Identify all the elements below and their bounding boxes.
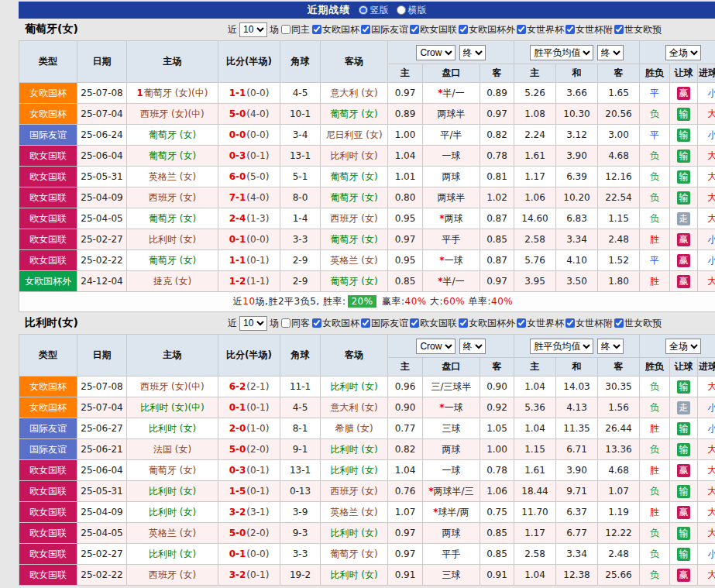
league-filter[interactable]: 女欧国杯 <box>312 23 359 36</box>
league-filter[interactable]: 女欧国杯外 <box>459 23 515 36</box>
away-team[interactable]: 比利时 (女) <box>321 565 388 586</box>
away-team[interactable]: 比利时 (女) <box>321 460 388 481</box>
match-date: 25-02-27 <box>77 229 127 250</box>
same-venue-filter[interactable]: 同客 <box>281 317 310 330</box>
avg-final-select[interactable]: 终 <box>597 339 624 354</box>
league-filter[interactable]: 女世杯附 <box>565 23 613 36</box>
avg-win: 1.04 <box>514 377 556 397</box>
league-checkbox[interactable] <box>565 25 575 34</box>
home-team[interactable]: 西班牙 (女)(中) <box>127 377 218 397</box>
score: 1-2(1-1) <box>218 271 280 292</box>
league-checkbox[interactable] <box>312 318 321 328</box>
horizontal-radio-input[interactable] <box>397 5 406 15</box>
home-team[interactable]: 比利时 (女) <box>127 229 218 250</box>
league-filter[interactable]: 女欧国杯外 <box>459 317 515 330</box>
match-type-badge: 欧女国联 <box>19 502 77 523</box>
league-checkbox[interactable] <box>517 318 526 328</box>
same-venue-filter[interactable]: 同主 <box>281 23 310 36</box>
away-team[interactable]: 希腊 (女) <box>321 418 388 439</box>
layout-vertical-radio[interactable]: 竖版 <box>359 4 389 17</box>
away-team[interactable]: 比利时 (女) <box>321 439 388 460</box>
home-team[interactable]: 1葡萄牙 (女)(中) <box>127 83 218 104</box>
league-checkbox[interactable] <box>361 25 370 34</box>
league-filter[interactable]: 女世界杯 <box>517 23 564 36</box>
fulltime-select[interactable]: 全场 <box>665 339 701 354</box>
match-date: 25-06-04 <box>77 146 127 167</box>
league-filter[interactable]: 国际友谊 <box>361 317 408 330</box>
home-team[interactable]: 葡萄牙 (女) <box>127 250 218 271</box>
home-team[interactable]: 比利时 (女) <box>127 502 218 523</box>
home-team[interactable]: 比利时 (女) <box>127 481 218 502</box>
odds-source-select[interactable]: Crow <box>416 339 455 354</box>
home-team[interactable]: 葡萄牙 (女) <box>127 208 218 229</box>
league-checkbox[interactable] <box>459 25 468 34</box>
league-checkbox[interactable] <box>312 25 321 34</box>
handicap-line: 两球半 <box>423 187 480 208</box>
away-team[interactable]: 英格兰 (女) <box>321 250 388 271</box>
league-filter[interactable]: 女世界杯 <box>517 317 564 330</box>
away-team[interactable]: 比利时 (女) <box>321 523 388 544</box>
away-team[interactable]: 西班牙 (女) <box>321 481 388 502</box>
avg-final-select[interactable]: 终 <box>597 45 624 60</box>
away-team[interactable]: 英格兰 (女) <box>321 502 388 523</box>
away-team[interactable]: 比利时 (女) <box>321 146 388 167</box>
league-checkbox[interactable] <box>614 25 624 34</box>
home-team[interactable]: 葡萄牙 (女) <box>127 460 218 481</box>
home-team[interactable]: 葡萄牙 (女) <box>127 146 218 167</box>
away-team[interactable]: 西班牙 (女) <box>321 208 388 229</box>
home-team[interactable]: 捷克 (女) <box>127 271 218 292</box>
league-filter[interactable]: 世女欧预 <box>614 317 662 330</box>
away-team[interactable]: 葡萄牙 (女) <box>321 544 388 565</box>
same-venue-checkbox[interactable] <box>281 25 290 34</box>
league-filter[interactable]: 女欧国杯 <box>312 317 359 330</box>
league-checkbox[interactable] <box>410 25 419 34</box>
away-team[interactable]: 葡萄牙 (女) <box>321 104 388 125</box>
away-team[interactable]: 葡萄牙 (女) <box>321 271 388 292</box>
league-checkbox[interactable] <box>517 25 526 34</box>
handicap-result: 走 <box>670 208 698 229</box>
away-team[interactable]: 意大利 (女) <box>321 83 388 104</box>
odds-final-select[interactable]: 终 <box>459 339 486 354</box>
avg-select[interactable]: 胜平负均值 <box>530 339 593 354</box>
away-team[interactable]: 意大利 (女) <box>321 397 388 418</box>
away-team[interactable]: 葡萄牙 (女) <box>321 167 388 187</box>
avg-lose: 12.16 <box>598 167 640 187</box>
away-team[interactable]: 尼日利亚 (女) <box>321 125 388 146</box>
league-checkbox[interactable] <box>565 318 575 328</box>
avg-select[interactable]: 胜平负均值 <box>530 45 593 60</box>
same-venue-checkbox[interactable] <box>281 318 290 328</box>
league-filter[interactable]: 欧女国联 <box>410 23 457 36</box>
home-team[interactable]: 西班牙 (女) <box>127 187 218 208</box>
league-filter[interactable]: 世女欧预 <box>614 23 662 36</box>
league-filter[interactable]: 欧女国联 <box>410 317 457 330</box>
league-checkbox[interactable] <box>614 318 624 328</box>
handicap-line: *半/一 <box>423 83 480 104</box>
away-team[interactable]: 比利时 (女) <box>321 377 388 397</box>
odds-final-select[interactable]: 终 <box>459 45 486 60</box>
home-team[interactable]: 法国 (女) <box>127 439 218 460</box>
home-team[interactable]: 西班牙 (女) <box>127 565 218 586</box>
avg-win: 1.15 <box>514 439 556 460</box>
col-home: 主场 <box>127 335 218 377</box>
match-type-badge: 欧女国联 <box>19 146 77 167</box>
away-team[interactable]: 葡萄牙 (女) <box>321 187 388 208</box>
match-count-select[interactable]: 10 <box>239 316 267 331</box>
home-team[interactable]: 英格兰 (女) <box>127 167 218 187</box>
home-team[interactable]: 西班牙 (女)(中) <box>127 104 218 125</box>
vertical-radio-input[interactable] <box>359 5 368 15</box>
home-team[interactable]: 比利时 (女) <box>127 544 218 565</box>
league-filter[interactable]: 女世杯附 <box>565 317 613 330</box>
match-count-select[interactable]: 10 <box>239 22 267 37</box>
league-checkbox[interactable] <box>459 318 468 328</box>
league-filter[interactable]: 国际友谊 <box>361 23 408 36</box>
fulltime-select[interactable]: 全场 <box>665 45 701 60</box>
layout-horizontal-radio[interactable]: 横版 <box>397 4 427 17</box>
away-team[interactable]: 葡萄牙 (女) <box>321 229 388 250</box>
home-team[interactable]: 比利时 (女) <box>127 418 218 439</box>
home-team[interactable]: 葡萄牙 (女) <box>127 125 218 146</box>
home-team[interactable]: 比利时 (女)(中) <box>127 397 218 418</box>
home-team[interactable]: 英格兰 (女) <box>127 523 218 544</box>
league-checkbox[interactable] <box>361 318 370 328</box>
league-checkbox[interactable] <box>410 318 419 328</box>
odds-source-select[interactable]: Crow <box>416 45 455 60</box>
